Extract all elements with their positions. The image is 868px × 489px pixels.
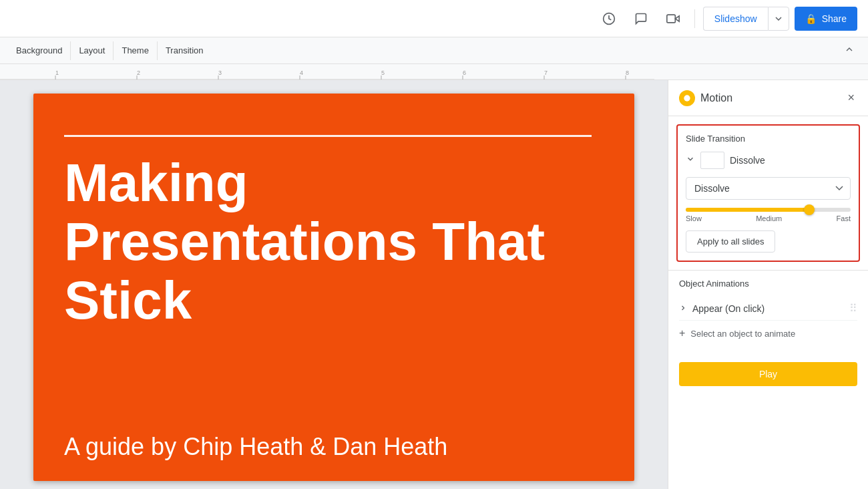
panel-title: Motion	[700, 92, 839, 104]
lock-icon: 🔒	[805, 13, 817, 24]
animation-label: Appear (On click)	[692, 303, 844, 314]
add-animation-label: Select an object to animate	[690, 329, 795, 339]
svg-text:3: 3	[218, 69, 222, 76]
background-button[interactable]: Background	[8, 41, 71, 60]
slideshow-dropdown-button[interactable]	[768, 7, 789, 31]
slideshow-button[interactable]: Slideshow	[703, 7, 768, 31]
transition-preview: Dissolve	[686, 152, 851, 169]
theme-button[interactable]: Theme	[114, 41, 157, 60]
drag-handle-icon[interactable]: ⠿	[849, 302, 857, 315]
main-area: Making Presentations That Stick A guide …	[0, 80, 868, 489]
camera-button[interactable]	[660, 5, 686, 32]
speed-medium-label: Medium	[756, 214, 782, 222]
slider-labels: Slow Medium Fast	[686, 214, 851, 222]
motion-icon	[679, 90, 695, 106]
ruler: // Generated inline ruler ticks via SVG …	[0, 64, 868, 80]
svg-text:2: 2	[137, 69, 140, 76]
svg-text:1: 1	[55, 69, 59, 76]
svg-text:6: 6	[463, 69, 466, 76]
layout-button[interactable]: Layout	[71, 41, 114, 60]
slide-transition-section: Slide Transition Dissolve Dissolve Fade …	[676, 124, 860, 262]
transition-name: Dissolve	[730, 155, 765, 166]
svg-text:5: 5	[381, 69, 385, 76]
transition-button[interactable]: Transition	[158, 41, 212, 60]
close-panel-button[interactable]: ×	[845, 88, 857, 108]
slider-fill	[686, 208, 809, 212]
speed-slow-label: Slow	[686, 214, 702, 222]
share-button[interactable]: 🔒 Share	[795, 7, 857, 31]
secondary-toolbar: Background Layout Theme Transition	[0, 37, 868, 64]
svg-rect-1	[667, 15, 676, 23]
animation-item: Appear (On click) ⠿	[679, 297, 857, 321]
svg-text:8: 8	[626, 69, 629, 76]
slider-track	[686, 208, 851, 212]
toolbar-right	[839, 41, 860, 60]
object-animations-title: Object Animations	[679, 279, 857, 289]
svg-point-19	[684, 95, 690, 101]
chevron-down-icon[interactable]	[686, 154, 695, 166]
slide-decoration-line	[64, 135, 592, 137]
canvas-area[interactable]: Making Presentations That Stick A guide …	[0, 80, 668, 489]
panel-header: Motion ×	[668, 80, 868, 116]
slide-title: Making Presentations That Stick	[64, 154, 604, 330]
apply-to-all-button[interactable]: Apply to all slides	[686, 230, 775, 253]
slideshow-btn-group: Slideshow	[703, 7, 789, 31]
speed-fast-label: Fast	[837, 214, 851, 222]
slider-thumb	[804, 204, 815, 215]
object-animations-section: Object Animations Appear (On click) ⠿ + …	[668, 270, 868, 354]
top-toolbar: Slideshow 🔒 Share	[0, 0, 868, 37]
toolbar-divider	[694, 9, 695, 28]
svg-text:7: 7	[544, 69, 548, 76]
svg-text:4: 4	[300, 69, 303, 76]
slide-transition-title: Slide Transition	[686, 134, 851, 144]
slide-canvas[interactable]: Making Presentations That Stick A guide …	[33, 94, 634, 481]
animation-expand-icon[interactable]	[679, 303, 687, 314]
slide-thumbnail	[700, 152, 724, 169]
right-panel: Motion × Slide Transition Dissolve Disso…	[668, 80, 868, 489]
comments-button[interactable]	[628, 5, 654, 32]
add-animation-item[interactable]: + Select an object to animate	[679, 321, 857, 346]
transition-dropdown[interactable]: Dissolve Fade Slide from right Slide fro…	[686, 177, 851, 200]
collapse-button[interactable]	[839, 41, 860, 60]
speed-slider-container: Slow Medium Fast	[686, 208, 851, 222]
history-button[interactable]	[596, 5, 622, 32]
add-icon: +	[679, 327, 685, 339]
slide-subtitle: A guide by Chip Heath & Dan Heath	[64, 433, 604, 461]
play-button[interactable]: Play	[679, 362, 857, 386]
